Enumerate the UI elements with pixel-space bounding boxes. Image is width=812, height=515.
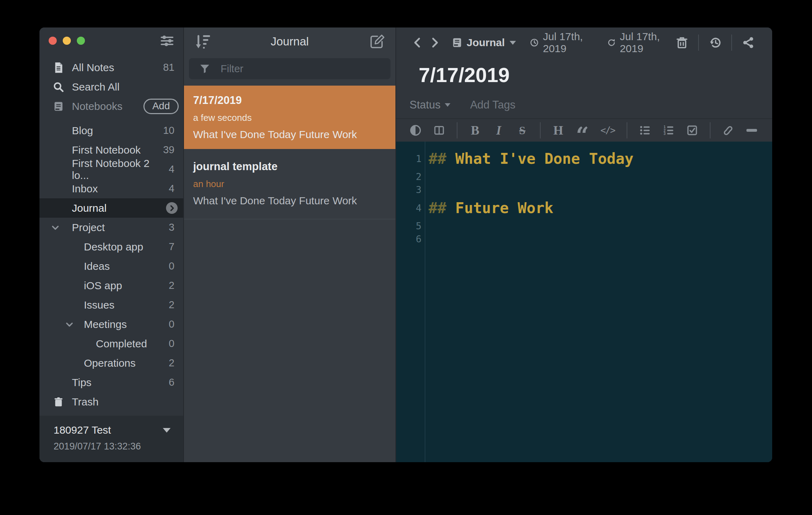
- bold-icon[interactable]: B: [469, 123, 481, 137]
- sidebar-item-all-notes[interactable]: All Notes 81: [39, 58, 183, 77]
- app-window: All Notes 81 Search All Notebooks Add Bl…: [39, 27, 772, 462]
- notebook-icon: [52, 100, 65, 113]
- editor-line[interactable]: 1 ## What I've Done Today: [396, 147, 772, 170]
- editor-line[interactable]: 5: [396, 219, 772, 232]
- sidebar-item-ideas[interactable]: Ideas 0: [39, 256, 183, 276]
- editor-line[interactable]: 6: [396, 232, 772, 246]
- task-list-icon[interactable]: [686, 123, 698, 137]
- gutter-divider: [425, 142, 425, 462]
- back-button[interactable]: [412, 36, 424, 50]
- share-icon[interactable]: [741, 36, 755, 50]
- editor-panel: Journal Jul 17th, 2019 Jul 17th, 2019: [396, 27, 772, 462]
- notebook-selector[interactable]: Journal: [452, 37, 516, 49]
- note-list-header: Journal: [184, 27, 395, 56]
- book-icon: [452, 37, 462, 48]
- forward-button[interactable]: [429, 36, 441, 50]
- sidebar-item-first-notebook-2[interactable]: First Notebook 2 lo... 4: [39, 160, 183, 179]
- editor-toolbar: B I S H “ </> 123: [396, 118, 772, 142]
- history-icon[interactable]: [708, 36, 722, 50]
- window-controls: [49, 37, 85, 45]
- caret-down-icon: [445, 103, 450, 107]
- sidebar-item-tips[interactable]: Tips 6: [39, 373, 183, 392]
- note-title[interactable]: 7/17/2019: [419, 63, 510, 87]
- workspace-name: 180927 Test: [54, 424, 111, 436]
- note-icon: [52, 61, 65, 74]
- sidebar-item-completed[interactable]: Completed 0: [39, 334, 183, 353]
- trash-icon: [52, 396, 65, 408]
- search-icon: [52, 81, 65, 93]
- delete-note-icon[interactable]: [675, 36, 689, 50]
- editor-line[interactable]: 4 ## Future Work: [396, 196, 772, 219]
- divider: [731, 35, 732, 51]
- editor-line[interactable]: 3: [396, 183, 772, 196]
- sidebar-nav: All Notes 81 Search All Notebooks Add Bl…: [39, 58, 183, 411]
- sidebar-item-blog[interactable]: Blog 10: [39, 121, 183, 140]
- clock-icon: [530, 37, 539, 48]
- sidebar-item-ios-app[interactable]: iOS app 2: [39, 276, 183, 295]
- chevron-down-icon[interactable]: [64, 319, 75, 330]
- sidebar: All Notes 81 Search All Notebooks Add Bl…: [39, 27, 183, 462]
- sidebar-settings-icon[interactable]: [161, 35, 173, 46]
- sidebar-item-search-all[interactable]: Search All: [39, 77, 183, 97]
- note-title-row: 7/17/2019: [396, 58, 772, 92]
- sidebar-item-notebooks[interactable]: Notebooks Add: [39, 97, 183, 116]
- note-cards: 7/17/2019 a few seconds What I've Done T…: [184, 86, 395, 219]
- sidebar-item-first-notebook[interactable]: First Notebook 39: [39, 140, 183, 160]
- new-note-icon[interactable]: [370, 34, 385, 49]
- sidebar-item-issues[interactable]: Issues 2: [39, 295, 183, 315]
- sidebar-item-inbox[interactable]: Inbox 4: [39, 179, 183, 198]
- italic-icon[interactable]: I: [493, 123, 505, 137]
- filter-box[interactable]: [189, 58, 390, 79]
- filter-icon: [199, 63, 210, 74]
- caret-down-icon: [510, 41, 516, 45]
- note-card-selected[interactable]: 7/17/2019 a few seconds What I've Done T…: [184, 86, 395, 149]
- sidebar-item-operations[interactable]: Operations 2: [39, 353, 183, 373]
- sidebar-item-journal[interactable]: Journal: [39, 198, 183, 218]
- filter-input[interactable]: [220, 63, 368, 75]
- sync-timestamp: 2019/07/17 13:32:36: [54, 441, 173, 452]
- workspace-switcher[interactable]: 180927 Test 2019/07/17 13:32:36: [39, 416, 183, 462]
- svg-text:3: 3: [664, 132, 666, 136]
- preview-icon[interactable]: [410, 123, 422, 137]
- status-dropdown[interactable]: Status: [410, 99, 450, 111]
- ordered-list-icon[interactable]: 123: [663, 123, 675, 137]
- sidebar-item-desktop-app[interactable]: Desktop app 7: [39, 237, 183, 256]
- add-tags-button[interactable]: Add Tags: [470, 99, 516, 111]
- sidebar-item-meetings[interactable]: Meetings 0: [39, 315, 183, 334]
- close-window-button[interactable]: [49, 37, 57, 45]
- bullet-list-icon[interactable]: [639, 123, 651, 137]
- blockquote-icon[interactable]: “: [576, 123, 589, 137]
- note-meta-row: Status Add Tags: [396, 92, 772, 118]
- note-card[interactable]: journal template an hour What I've Done …: [184, 149, 395, 219]
- code-icon[interactable]: </>: [601, 123, 615, 137]
- markdown-editor[interactable]: 1 ## What I've Done Today 2 3 4 ## Futur…: [396, 142, 772, 462]
- heading-icon[interactable]: H: [552, 123, 564, 137]
- sort-icon[interactable]: [195, 35, 211, 49]
- link-icon[interactable]: [722, 123, 734, 137]
- created-date: Jul 17th, 2019: [530, 31, 593, 55]
- refresh-icon: [607, 37, 616, 48]
- sidebar-item-project[interactable]: Project 3: [39, 218, 183, 237]
- divider: [627, 122, 627, 138]
- chevron-down-icon[interactable]: [50, 222, 61, 233]
- zoom-window-button[interactable]: [77, 37, 85, 45]
- editor-actions: [675, 35, 755, 51]
- sidebar-item-trash[interactable]: Trash: [39, 392, 183, 411]
- horizontal-rule-icon[interactable]: [746, 123, 758, 137]
- divider: [698, 35, 699, 51]
- divider: [457, 122, 457, 138]
- minimize-window-button[interactable]: [63, 37, 71, 45]
- editor-line[interactable]: 2: [396, 170, 772, 183]
- strikethrough-icon[interactable]: S: [516, 123, 528, 137]
- divider: [710, 122, 710, 138]
- divider: [540, 122, 541, 138]
- side-by-side-icon[interactable]: [433, 123, 445, 137]
- caret-down-icon: [163, 428, 171, 433]
- note-list-title: Journal: [271, 35, 309, 48]
- add-notebook-button[interactable]: Add: [143, 99, 179, 114]
- note-list-panel: Journal 7/17/2019 a few seconds What I'v…: [183, 27, 396, 462]
- chevron-right-circle-icon[interactable]: [166, 202, 178, 214]
- updated-date: Jul 17th, 2019: [607, 31, 670, 55]
- editor-nav-bar: Journal Jul 17th, 2019 Jul 17th, 2019: [396, 27, 772, 58]
